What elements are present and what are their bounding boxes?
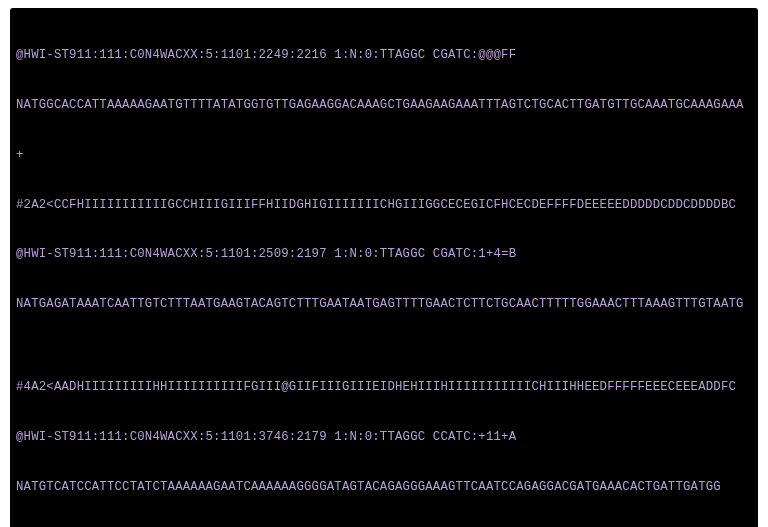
fastq-terminal-block: @HWI-ST911:111:C0N4WACXX:5:1101:2249:221… bbox=[10, 8, 758, 527]
terminal-line: NATGGCACCATTAAAAAGAATGTTTTATATGGTGTTGAGA… bbox=[16, 97, 752, 114]
terminal-line: #2A2<CCFHIIIIIIIIIIIGCCHIIIGIIIFFHIIDGHI… bbox=[16, 197, 752, 214]
terminal-line: #4A2<AADHIIIIIIIIIHHIIIIIIIIIIFGIII@GIIF… bbox=[16, 379, 752, 396]
terminal-line: @HWI-ST911:111:C0N4WACXX:5:1101:2509:219… bbox=[16, 246, 752, 263]
terminal-line: NATGAGATAAATCAATTGTCTTTAATGAAGTACAGTCTTT… bbox=[16, 296, 752, 313]
terminal-line: @HWI-ST911:111:C0N4WACXX:5:1101:3746:217… bbox=[16, 429, 752, 446]
terminal-line: NATGTCATCCATTCCTATCTAAAAAAGAATCAAAAAAGGG… bbox=[16, 479, 752, 496]
terminal-line: @HWI-ST911:111:C0N4WACXX:5:1101:2249:221… bbox=[16, 47, 752, 64]
terminal-line: + bbox=[16, 147, 752, 164]
